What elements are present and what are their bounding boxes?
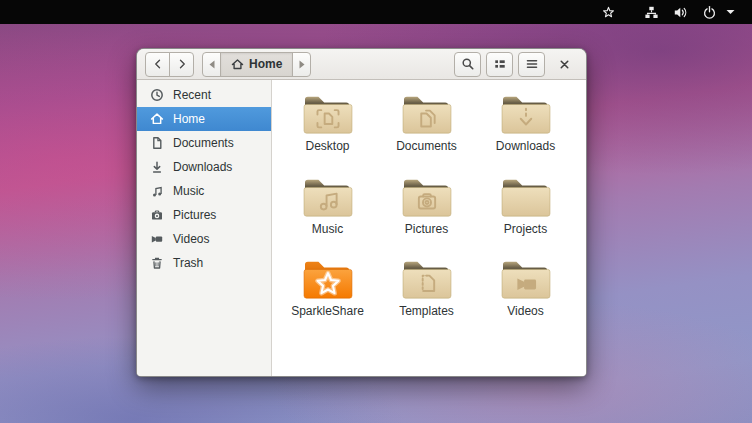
nav-buttons: [145, 52, 194, 77]
triangle-right-icon: [298, 60, 306, 69]
sidebar-item-music[interactable]: Music: [137, 179, 271, 203]
header-bar: Home: [137, 49, 586, 80]
close-icon: [558, 58, 571, 71]
home-icon: [231, 58, 244, 71]
path-bar: Home: [202, 52, 311, 77]
power-icon: [695, 0, 724, 24]
close-window-button[interactable]: [550, 52, 578, 77]
path-scroll-right-button[interactable]: [292, 52, 311, 77]
camcorder-icon: [150, 232, 164, 246]
folder-item-music[interactable]: Music: [278, 172, 377, 255]
folder-item-desktop[interactable]: Desktop: [278, 89, 377, 172]
home-icon: [150, 112, 164, 126]
sidebar-item-downloads[interactable]: Downloads: [137, 155, 271, 179]
menu-button[interactable]: [518, 52, 545, 77]
sidebar-item-label: Home: [173, 112, 205, 126]
chevron-right-icon: [176, 58, 188, 70]
folder-label: Documents: [396, 139, 457, 153]
folder-pictures-icon: [400, 173, 454, 219]
path-current-location[interactable]: Home: [220, 52, 293, 77]
folder-videos-icon: [499, 255, 553, 301]
sidebar-item-videos[interactable]: Videos: [137, 227, 271, 251]
folder-item-documents[interactable]: Documents: [377, 89, 476, 172]
folder-label: Pictures: [405, 222, 448, 236]
network-icon: [637, 0, 666, 24]
download-arrow-icon: [150, 160, 164, 174]
folder-label: Music: [312, 222, 343, 236]
sidebar-item-home[interactable]: Home: [137, 107, 271, 131]
folder-desktop-icon: [301, 90, 355, 136]
sidebar-item-label: Pictures: [173, 208, 216, 222]
search-button[interactable]: [454, 52, 481, 77]
music-notes-icon: [150, 184, 164, 198]
sidebar-item-pictures[interactable]: Pictures: [137, 203, 271, 227]
folder-item-sparkleshare[interactable]: SparkleShare: [278, 254, 377, 337]
path-location-label: Home: [249, 57, 282, 71]
sidebar-item-trash[interactable]: Trash: [137, 251, 271, 275]
folder-label: Desktop: [305, 139, 349, 153]
system-status-area[interactable]: [637, 0, 742, 24]
folder-label: Videos: [507, 304, 543, 318]
folder-projects-icon: [499, 173, 553, 219]
sidebar: Recent Home Documents: [137, 80, 272, 376]
sidebar-item-documents[interactable]: Documents: [137, 131, 271, 155]
chevron-down-icon: [724, 0, 742, 24]
recent-clock-icon: [150, 88, 164, 102]
folder-item-downloads[interactable]: Downloads: [476, 89, 575, 172]
top-bar: [0, 0, 752, 24]
sidebar-item-label: Recent: [173, 88, 211, 102]
triangle-left-icon: [208, 60, 216, 69]
document-icon: [150, 136, 164, 150]
sidebar-item-label: Downloads: [173, 160, 232, 174]
forward-button[interactable]: [169, 52, 194, 77]
header-right-controls: [454, 52, 578, 77]
star-indicator-icon[interactable]: [594, 0, 623, 24]
folder-item-videos[interactable]: Videos: [476, 254, 575, 337]
camera-icon: [150, 208, 164, 222]
folder-templates-icon: [400, 255, 454, 301]
trash-can-icon: [150, 256, 164, 270]
folder-label: Projects: [504, 222, 547, 236]
folder-item-templates[interactable]: Templates: [377, 254, 476, 337]
folder-documents-icon: [400, 90, 454, 136]
view-list-icon: [493, 57, 507, 71]
file-manager-window: Home: [136, 48, 587, 377]
folder-item-pictures[interactable]: Pictures: [377, 172, 476, 255]
sidebar-item-label: Documents: [173, 136, 234, 150]
folder-sparkleshare-icon: [301, 255, 355, 301]
chevron-left-icon: [152, 58, 164, 70]
icon-grid: Desktop Documents: [272, 80, 586, 337]
window-body: Recent Home Documents: [137, 80, 586, 376]
hamburger-menu-icon: [525, 57, 539, 71]
sidebar-item-label: Trash: [173, 256, 203, 270]
back-button[interactable]: [145, 52, 170, 77]
volume-icon: [666, 0, 695, 24]
sidebar-item-label: Videos: [173, 232, 209, 246]
path-scroll-left-button[interactable]: [202, 52, 221, 77]
folder-music-icon: [301, 173, 355, 219]
file-view: Desktop Documents: [272, 80, 586, 376]
sidebar-item-recent[interactable]: Recent: [137, 83, 271, 107]
folder-downloads-icon: [499, 90, 553, 136]
view-toggle-button[interactable]: [486, 52, 513, 77]
folder-item-projects[interactable]: Projects: [476, 172, 575, 255]
desktop-wallpaper: Home: [0, 0, 752, 423]
sidebar-item-label: Music: [173, 184, 204, 198]
search-icon: [461, 57, 475, 71]
folder-label: SparkleShare: [291, 304, 364, 318]
folder-label: Templates: [399, 304, 454, 318]
folder-label: Downloads: [496, 139, 555, 153]
